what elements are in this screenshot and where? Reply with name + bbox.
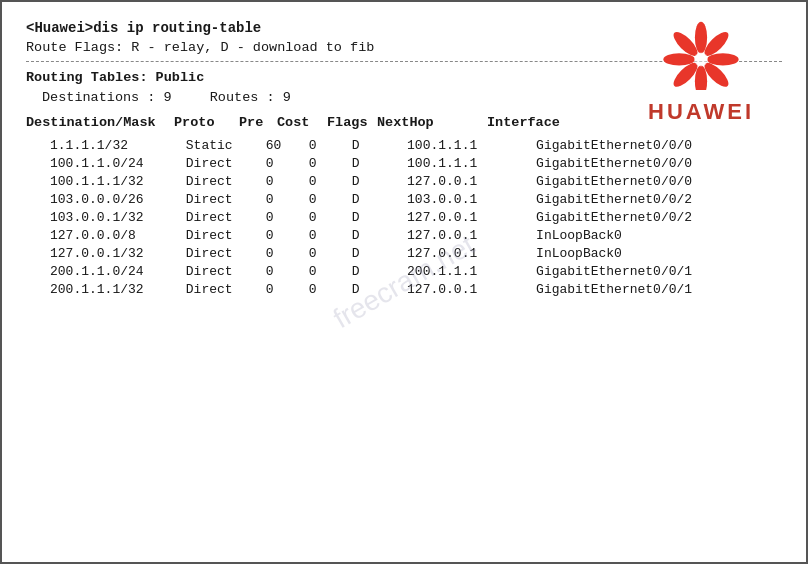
header-dest-mask: Destination/Mask — [26, 115, 174, 130]
cell-cost: 0 — [309, 172, 352, 190]
cell-cost: 0 — [309, 190, 352, 208]
cell-proto: Direct — [186, 172, 266, 190]
cell-cost: 0 — [309, 226, 352, 244]
cell-dest: 200.1.1.1/32 — [26, 280, 186, 298]
cell-nexthop: 127.0.0.1 — [407, 208, 536, 226]
cell-pre: 0 — [266, 262, 309, 280]
table-row: 200.1.1.1/32Direct00D127.0.0.1GigabitEth… — [26, 280, 782, 298]
cell-nexthop: 100.1.1.1 — [407, 136, 536, 154]
table-row: 103.0.0.1/32Direct00D127.0.0.1GigabitEth… — [26, 208, 782, 226]
svg-point-6 — [663, 53, 695, 65]
cell-proto: Direct — [186, 190, 266, 208]
cell-pre: 60 — [266, 136, 309, 154]
cell-dest: 1.1.1.1/32 — [26, 136, 186, 154]
svg-point-0 — [695, 22, 707, 54]
cell-cost: 0 — [309, 280, 352, 298]
svg-point-2 — [707, 53, 739, 65]
cell-iface: InLoopBack0 — [536, 226, 782, 244]
cell-flags: D — [352, 280, 407, 298]
table-row: 103.0.0.0/26Direct00D103.0.0.1GigabitEth… — [26, 190, 782, 208]
cell-flags: D — [352, 262, 407, 280]
table-row: 1.1.1.1/32Static600D100.1.1.1GigabitEthe… — [26, 136, 782, 154]
cell-proto: Direct — [186, 154, 266, 172]
cell-pre: 0 — [266, 244, 309, 262]
cell-dest: 103.0.0.1/32 — [26, 208, 186, 226]
cell-flags: D — [352, 208, 407, 226]
cell-flags: D — [352, 190, 407, 208]
brand-name: HUAWEI — [626, 99, 776, 125]
cell-nexthop: 127.0.0.1 — [407, 244, 536, 262]
header-proto: Proto — [174, 115, 239, 130]
cell-nexthop: 127.0.0.1 — [407, 226, 536, 244]
cell-proto: Direct — [186, 262, 266, 280]
cell-iface: GigabitEthernet0/0/1 — [536, 262, 782, 280]
cell-nexthop: 127.0.0.1 — [407, 172, 536, 190]
cell-flags: D — [352, 226, 407, 244]
cell-iface: GigabitEthernet0/0/0 — [536, 154, 782, 172]
cell-proto: Direct — [186, 280, 266, 298]
cell-iface: GigabitEthernet0/0/2 — [536, 208, 782, 226]
cell-flags: D — [352, 154, 407, 172]
table-row: 200.1.1.0/24Direct00D200.1.1.1GigabitEth… — [26, 262, 782, 280]
cell-pre: 0 — [266, 280, 309, 298]
cell-dest: 103.0.0.0/26 — [26, 190, 186, 208]
cell-pre: 0 — [266, 208, 309, 226]
table-row: 100.1.1.1/32Direct00D127.0.0.1GigabitEth… — [26, 172, 782, 190]
destinations-count: Destinations : 9 — [42, 90, 172, 105]
cell-cost: 0 — [309, 154, 352, 172]
cell-nexthop: 103.0.0.1 — [407, 190, 536, 208]
huawei-logo: HUAWEI — [626, 20, 776, 125]
cell-pre: 0 — [266, 190, 309, 208]
cell-dest: 127.0.0.1/32 — [26, 244, 186, 262]
header-pre: Pre — [239, 115, 277, 130]
header-cost: Cost — [277, 115, 327, 130]
table-row: 127.0.0.0/8Direct00D127.0.0.1InLoopBack0 — [26, 226, 782, 244]
cell-iface: GigabitEthernet0/0/0 — [536, 136, 782, 154]
cell-iface: GigabitEthernet0/0/2 — [536, 190, 782, 208]
cell-pre: 0 — [266, 226, 309, 244]
cell-dest: 127.0.0.0/8 — [26, 226, 186, 244]
table-row: 127.0.0.1/32Direct00D127.0.0.1InLoopBack… — [26, 244, 782, 262]
cell-cost: 0 — [309, 244, 352, 262]
cell-proto: Direct — [186, 208, 266, 226]
cell-pre: 0 — [266, 154, 309, 172]
routes-table: 1.1.1.1/32Static600D100.1.1.1GigabitEthe… — [26, 136, 782, 298]
header-flags: Flags — [327, 115, 377, 130]
cell-flags: D — [352, 136, 407, 154]
table-row: 100.1.1.0/24Direct00D100.1.1.1GigabitEth… — [26, 154, 782, 172]
cell-iface: GigabitEthernet0/0/1 — [536, 280, 782, 298]
cell-flags: D — [352, 172, 407, 190]
cell-proto: Static — [186, 136, 266, 154]
cell-iface: GigabitEthernet0/0/0 — [536, 172, 782, 190]
cell-proto: Direct — [186, 244, 266, 262]
cell-dest: 100.1.1.0/24 — [26, 154, 186, 172]
cell-cost: 0 — [309, 136, 352, 154]
cell-nexthop: 100.1.1.1 — [407, 154, 536, 172]
cell-cost: 0 — [309, 208, 352, 226]
terminal-window: HUAWEI freecram.net <Huawei>dis ip routi… — [0, 0, 808, 564]
cell-dest: 100.1.1.1/32 — [26, 172, 186, 190]
cell-nexthop: 200.1.1.1 — [407, 262, 536, 280]
cell-nexthop: 127.0.0.1 — [407, 280, 536, 298]
cell-proto: Direct — [186, 226, 266, 244]
svg-point-8 — [694, 52, 708, 66]
cell-iface: InLoopBack0 — [536, 244, 782, 262]
cell-cost: 0 — [309, 262, 352, 280]
header-nexthop: NextHop — [377, 115, 487, 130]
cell-pre: 0 — [266, 172, 309, 190]
cell-flags: D — [352, 244, 407, 262]
cell-dest: 200.1.1.0/24 — [26, 262, 186, 280]
routes-count: Routes : 9 — [210, 90, 291, 105]
